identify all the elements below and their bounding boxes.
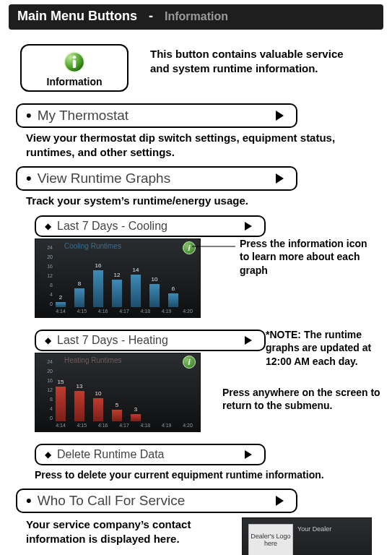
page-header: Main Menu Buttons - Information	[9, 4, 383, 30]
y-axis: 24201612840	[40, 359, 53, 421]
info-icon	[30, 50, 118, 74]
callout-line	[192, 246, 235, 247]
x-axis: 4:144:154:164:174:184:194:20	[56, 309, 193, 316]
chevron-right-icon	[244, 449, 253, 460]
graph-title: Cooling Runtimes	[64, 242, 121, 250]
diamond-bullet-icon: ◆	[45, 449, 51, 460]
information-button-label: Information	[30, 76, 118, 87]
header-title-main: Main Menu Buttons	[17, 9, 137, 23]
chevron-right-icon	[274, 495, 284, 507]
bullet-icon: •	[26, 493, 32, 509]
bullet-icon: •	[26, 171, 32, 186]
option-label: My Thermostat	[38, 108, 129, 124]
option-label: View Runtime Graphs	[38, 171, 170, 186]
dealer-info-screen[interactable]: Dealer's Logo here Your Dealer ✉Email: ⊕…	[242, 517, 372, 555]
callout-press-anywhere: Press anywhere on the screen to return t…	[222, 386, 392, 413]
information-button[interactable]: Information	[20, 44, 129, 92]
option-view-runtime-graphs[interactable]: • View Runtime Graphs	[16, 166, 297, 191]
heating-runtime-graph[interactable]: Heating Runtimes i 24201612840 15131053 …	[35, 353, 201, 432]
bar-series-cooling: 28161214106	[56, 252, 193, 307]
dealer-logo-placeholder: Dealer's Logo here	[248, 524, 293, 555]
header-title-sub: Information	[165, 10, 228, 22]
chevron-right-icon	[274, 173, 284, 184]
y-axis: 24201612840	[40, 245, 53, 307]
svg-marker-8	[245, 450, 252, 459]
dealer-header: Your Dealer	[297, 525, 331, 533]
runtime-update-note: *NOTE: The runtime graphs are updated at…	[266, 328, 392, 369]
bullet-icon: •	[26, 108, 32, 124]
suboption-cooling[interactable]: ◆ Last 7 Days - Cooling	[35, 215, 266, 237]
option-view-runtime-desc: Track your system’s runtime/energy usage…	[26, 194, 370, 208]
option-my-thermostat-desc: View your thermostat dip switch settings…	[26, 131, 370, 159]
suboption-label: Last 7 Days - Cooling	[57, 220, 167, 233]
suboption-label: Delete Runtime Data	[57, 448, 165, 461]
suboption-heating[interactable]: ◆ Last 7 Days - Heating	[35, 330, 266, 351]
bar-series-heating: 15131053	[56, 366, 193, 421]
svg-marker-7	[245, 336, 252, 345]
svg-marker-5	[245, 222, 252, 231]
cooling-runtime-graph[interactable]: Cooling Runtimes i 24201612840 281612141…	[35, 238, 201, 318]
suboption-delete-runtime[interactable]: ◆ Delete Runtime Data	[35, 444, 266, 465]
callout-press-info: Press the information icon to learn more…	[240, 237, 370, 278]
diamond-bullet-icon: ◆	[45, 335, 51, 345]
option-who-to-call-desc: Your service company’s contact informati…	[26, 517, 214, 547]
svg-marker-4	[276, 173, 284, 184]
chevron-right-icon	[244, 221, 253, 231]
graph-title: Heating Runtimes	[64, 356, 121, 364]
suboption-label: Last 7 Days - Heating	[57, 334, 168, 347]
intro-description: This button contains valuable service an…	[150, 47, 352, 77]
header-separator: -	[141, 9, 160, 23]
option-my-thermostat[interactable]: • My Thermostat	[16, 103, 297, 128]
svg-marker-3	[276, 111, 284, 121]
chevron-right-icon	[274, 110, 284, 121]
svg-rect-2	[73, 60, 76, 68]
svg-point-1	[73, 56, 76, 59]
svg-marker-9	[276, 496, 284, 506]
diamond-bullet-icon: ◆	[45, 221, 51, 231]
x-axis: 4:144:154:164:174:184:194:20	[56, 423, 193, 430]
suboption-delete-desc: Press to delete your current equipment r…	[35, 468, 370, 481]
chevron-right-icon	[244, 335, 253, 345]
option-who-to-call[interactable]: • Who To Call For Service	[16, 489, 297, 513]
intro-row: Information This button contains valuabl…	[20, 44, 380, 92]
option-label: Who To Call For Service	[38, 493, 186, 509]
